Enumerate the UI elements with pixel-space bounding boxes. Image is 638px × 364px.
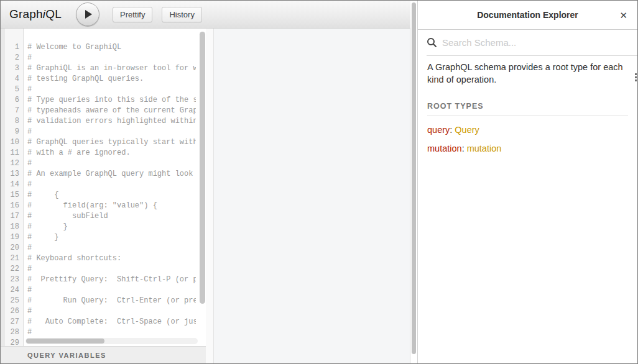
code-line: # Welcome to GraphiQL [27,42,196,53]
line-number: 29 [5,338,19,346]
line-number: 2 [5,53,19,63]
code-line: # } [27,222,196,232]
prettify-button[interactable]: Prettify [113,7,152,22]
line-number: 5 [5,84,19,95]
code-line: # [27,264,196,275]
graphiql-logo: GraphiQL [9,7,62,21]
editor-vertical-scrollbar[interactable] [200,32,205,304]
line-number: 8 [5,116,19,127]
editor-horizontal-scrollbar[interactable] [26,339,104,344]
execute-button[interactable] [76,2,99,26]
line-number: 10 [5,137,19,148]
line-number: 16 [5,201,19,211]
line-number: 4 [5,74,19,84]
separator: : [462,143,467,153]
code-line: # field(arg: "value") { [27,201,196,211]
workspace: 1234567891011121314151617181920212223242… [1,29,410,363]
line-number: 20 [5,243,19,253]
close-icon[interactable]: ✕ [619,11,627,20]
code-line: # Auto Complete: Ctrl-Space (or just sta… [27,317,196,327]
code-line: # } [27,232,196,243]
code-line: # [27,180,196,190]
query-editor-section: 1234567891011121314151617181920212223242… [1,29,206,363]
code-line: # [27,127,196,137]
line-number: 27 [5,317,19,327]
code-line: # validation errors highlighted within t… [27,116,196,127]
line-number: 25 [5,296,19,306]
doc-explorer-content: A GraphQL schema provides a root type fo… [418,56,637,363]
line-number: 1 [5,42,19,53]
result-pane [213,29,410,363]
query-variables-title[interactable]: QUERY VARIABLES [1,346,206,363]
line-number: 15 [5,190,19,201]
toolbar: GraphiQL Prettify History [1,1,410,29]
code-line: # An example GraphQL query might look li… [27,169,196,180]
code-line: # Prettify Query: Shift-Ctrl-P (or press… [27,275,196,285]
mutation-type-link[interactable]: mutation [467,143,502,153]
graphiql-app: GraphiQL Prettify History 12345678910111… [1,1,410,363]
line-number: 17 [5,211,19,222]
line-number: 28 [5,327,19,338]
code-line: # subField [27,211,196,222]
query-type-link[interactable]: Query [455,125,479,135]
line-number: 7 [5,106,19,116]
root-type-query-row: query: Query [427,125,628,135]
editor-horizontal-scrollbar-track [25,338,198,344]
code-line: # [27,285,196,296]
root-types-heading: ROOT TYPES [427,97,628,116]
history-button[interactable]: History [162,7,201,22]
code-line: # testing GraphQL queries. [27,74,196,84]
code-line: # GraphiQL is an in-browser tool for wri… [27,63,196,74]
code-line: # Keyboard shortcuts: [27,253,196,264]
root-type-mutation-row: mutation: mutation [427,143,628,153]
line-number: 13 [5,169,19,180]
search-icon [427,37,437,48]
line-number: 14 [5,180,19,190]
editor-lines: # Welcome to GraphiQL## GraphiQL is an i… [24,29,196,346]
code-line: # [27,53,196,63]
code-line: # [27,243,196,253]
doc-explorer-title: Documentation Explorer [477,10,578,20]
line-number: 9 [5,127,19,137]
documentation-explorer: Documentation Explorer ✕ A GraphQL schem… [417,1,637,363]
line-number: 24 [5,285,19,296]
code-line: # typeaheads aware of the current GraphQ… [27,106,196,116]
doc-panel-scroll-gripper[interactable] [635,73,637,81]
line-number: 18 [5,222,19,232]
query-editor[interactable]: 1234567891011121314151617181920212223242… [1,29,206,346]
line-number: 6 [5,95,19,106]
code-line: # with a # are ignored. [27,148,196,158]
code-line: # [27,327,196,338]
mutation-keyword: mutation [427,143,462,153]
page-scrollbar[interactable] [412,2,416,354]
schema-description: A GraphQL schema provides a root type fo… [427,61,628,86]
line-number: 22 [5,264,19,275]
line-number: 19 [5,232,19,243]
doc-explorer-header: Documentation Explorer ✕ [418,1,637,30]
line-number: 3 [5,63,19,74]
code-line: # Type queries into this side of the scr… [27,95,196,106]
line-number: 23 [5,275,19,285]
play-icon [85,10,92,19]
code-line: # { [27,190,196,201]
editor-result-divider[interactable] [206,29,213,363]
graphiql-window: GraphiQL Prettify History 12345678910111… [0,0,638,364]
line-number: 11 [5,148,19,158]
editor-gutter: 1234567891011121314151617181920212223242… [5,29,24,346]
code-line: # [27,158,196,169]
line-number: 21 [5,253,19,264]
query-keyword: query [427,125,450,135]
page-scrollbar-track [410,1,417,363]
line-number: 12 [5,158,19,169]
search-schema-input[interactable] [442,37,637,48]
line-number: 26 [5,306,19,317]
code-line: # [27,306,196,317]
code-line: # Run Query: Ctrl-Enter (or press the pl… [27,296,196,306]
schema-search-row [427,30,637,56]
code-line: # [27,84,196,95]
code-line: # GraphQL queries typically start with a… [27,137,196,148]
